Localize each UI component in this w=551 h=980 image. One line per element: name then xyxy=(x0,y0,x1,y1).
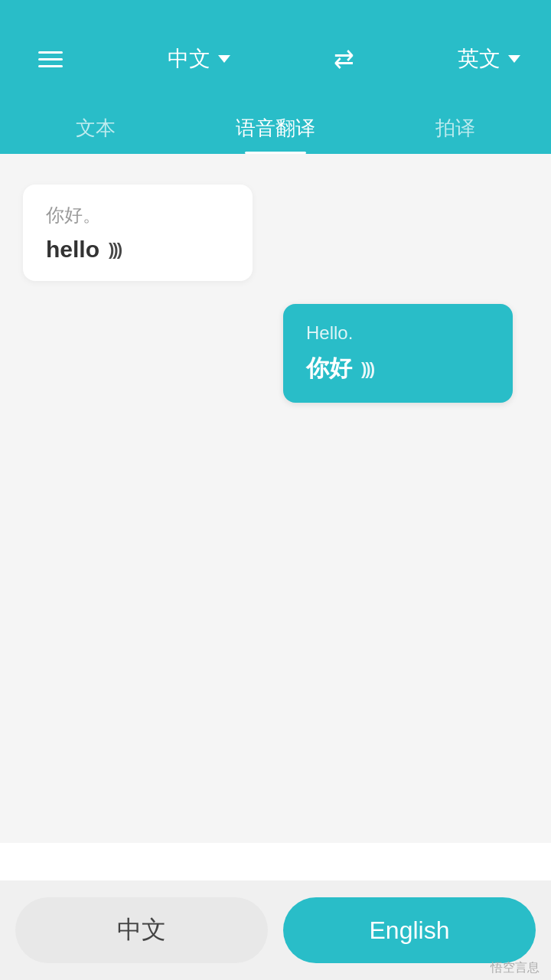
bubble-right-translation: 你好 ))) xyxy=(306,353,490,384)
bubble-left-source: 你好。 xyxy=(46,203,230,227)
tab-text[interactable]: 文本 xyxy=(53,103,139,154)
bubble-right-source: Hello. xyxy=(306,322,490,344)
source-lang-dropdown-icon xyxy=(218,55,230,63)
bubble-left-translation: hello ))) xyxy=(46,237,230,263)
tab-camera[interactable]: 拍译 xyxy=(412,103,498,154)
source-lang-label: 中文 xyxy=(168,44,210,74)
bottom-language-bar: 中文 English 悟空言息 xyxy=(0,880,551,980)
speak-english-button[interactable]: English xyxy=(283,897,536,963)
speaker-icon-right[interactable]: ))) xyxy=(361,359,373,379)
tab-bar: 文本 语音翻译 拍译 xyxy=(15,103,536,154)
speaker-icon-left[interactable]: ))) xyxy=(109,240,121,260)
target-lang-dropdown-icon xyxy=(508,55,520,63)
header-top-bar: 中文 ⇄ 英文 xyxy=(15,38,536,95)
target-language-selector[interactable]: 英文 xyxy=(458,44,520,74)
target-lang-label: 英文 xyxy=(458,44,500,74)
app-header: 中文 ⇄ 英文 文本 语音翻译 拍译 xyxy=(0,0,551,154)
speak-chinese-button[interactable]: 中文 xyxy=(15,897,268,963)
conversation-bubble-right[interactable]: Hello. 你好 ))) xyxy=(283,304,513,403)
tab-voice-translation[interactable]: 语音翻译 xyxy=(213,103,338,154)
conversation-bubble-left[interactable]: 你好。 hello ))) xyxy=(23,185,253,281)
swap-languages-button[interactable]: ⇄ xyxy=(328,38,360,80)
conversation-area: 你好。 hello ))) Hello. 你好 ))) xyxy=(0,154,551,843)
source-language-selector[interactable]: 中文 xyxy=(168,44,230,74)
menu-button[interactable] xyxy=(31,44,70,75)
watermark-label: 悟空言息 xyxy=(491,960,540,976)
